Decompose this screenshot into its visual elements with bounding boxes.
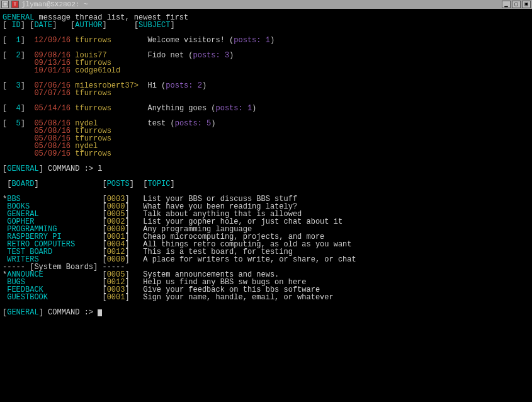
thread-date: 07/07/16 [34,89,71,98]
window-titlebar: □ T jlyman@SX2802: ~ ▁ ▢ ▣ [0,0,532,9]
thread-subject: Welcome visitors! ( [143,36,234,45]
board-topic: A place for writers to write, or share, … [143,255,356,264]
maximize-button[interactable]: ▢ [512,1,521,8]
thread-author: tfurrows [75,104,143,113]
terminal-output[interactable]: GENERAL message thread list, newest firs… [0,9,532,319]
thread-author: tfurrows [75,149,143,158]
command-input[interactable]: l [98,164,102,173]
col-author: AUTHOR [75,21,102,30]
thread-subject: Hi ( [143,81,166,90]
terminal-cursor[interactable] [98,309,102,316]
prompt-board: GENERAL [7,164,38,173]
board-row[interactable]: GUESTBOOK [0001] Sign your name, handle,… [3,294,529,301]
board-link[interactable]: GUESTBOOK [7,293,102,302]
thread-row[interactable]: 07/07/16 tfurrows [3,89,529,97]
thread-row[interactable]: [ 4] 05/14/16 tfurrows Anything goes (po… [3,105,529,112]
col-id: ID [11,21,20,30]
thread-subject: Anything goes ( [143,104,215,113]
minimize-button[interactable]: ▁ [502,1,511,8]
prompt-label: ] COMMAND :> [39,308,98,317]
board-topic: Sign your name, handle, email, or whatev… [143,293,333,302]
thread-row[interactable]: 05/09/16 tfurrows [3,150,529,158]
thread-row[interactable]: 10/01/16 codge61old [3,67,529,74]
col-subject: SUBJECT [139,21,170,30]
thread-posts: posts: 5 [175,119,212,128]
col-posts: POSTS [107,180,130,188]
prompt-board: GENERAL [7,308,38,317]
thread-subject: Fido net ( [143,51,193,60]
thread-posts: posts: 1 [234,36,270,45]
thread-posts: posts: 2 [166,81,202,90]
app-icon: T [11,1,19,8]
board-posts: 0001 [107,293,125,302]
thread-author: tfurrows [75,89,143,98]
thread-date: 05/09/16 [34,149,71,158]
thread-posts: posts: 3 [193,51,229,60]
col-board: BOARD [11,180,34,188]
close-button[interactable]: ▣ [522,1,531,8]
thread-author: codge61old [75,66,143,75]
window-title: jlyman@SX2802: ~ [21,1,88,8]
thread-id[interactable]: 1 [7,36,21,45]
thread-id[interactable]: 4 [7,104,21,113]
thread-date: 05/14/16 [34,104,71,113]
thread-row[interactable]: [ 1] 12/09/16 tfurrows Welcome visitors!… [3,37,529,44]
thread-posts: posts: 1 [215,104,252,113]
thread-date: 10/01/16 [34,66,71,75]
col-topic: TOPIC [147,180,170,188]
thread-date: 12/09/16 [34,36,71,45]
thread-author: tfurrows [75,36,143,45]
col-date: DATE [34,21,52,30]
prompt-label: ] COMMAND :> [39,164,98,173]
thread-subject: test ( [143,119,174,128]
system-menu-icon[interactable]: □ [1,1,9,8]
